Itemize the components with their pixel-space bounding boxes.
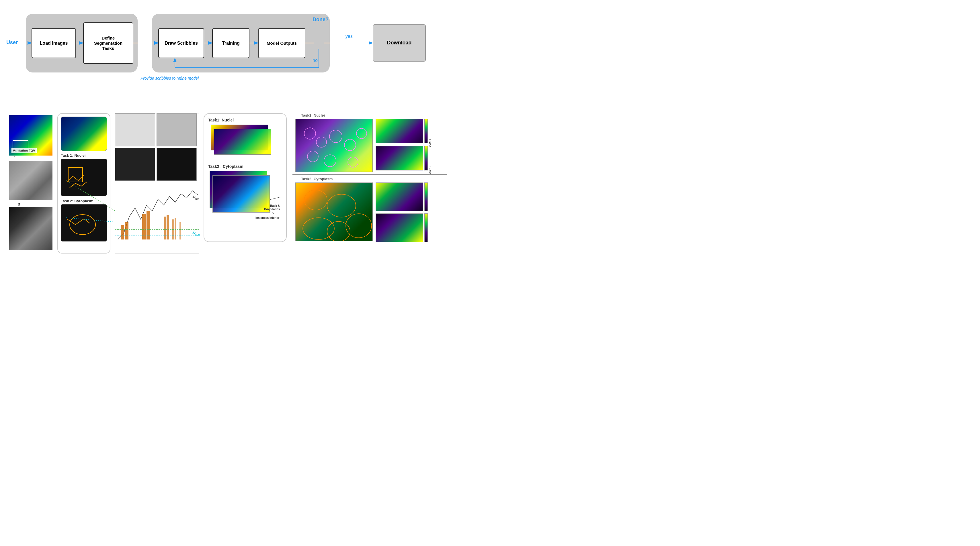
- svg-point-39: [304, 190, 327, 210]
- refine-label: Provide scribbles to refine model: [140, 76, 199, 81]
- scribble-fluor-image: [61, 117, 107, 151]
- scribble-panel: Task 1: Nuclei Task 2: Cytoplasm: [57, 113, 110, 254]
- validation-fov-box: [13, 140, 29, 152]
- divider-line: [293, 174, 447, 175]
- right-task1-cmap1: [375, 119, 423, 143]
- svg-line-30: [270, 197, 281, 200]
- user-label: User: [6, 40, 18, 46]
- svg-rect-14: [142, 214, 146, 240]
- cells-overlay-svg: [296, 119, 372, 171]
- svg-point-43: [327, 221, 350, 241]
- svg-rect-20: [180, 222, 181, 240]
- chart-img4: [156, 148, 197, 181]
- cyto-cells-overlay: [296, 183, 372, 241]
- cytoplasm-image: [9, 206, 53, 251]
- right-task2-result-img: [295, 183, 373, 241]
- svg-point-34: [344, 139, 356, 151]
- colorbar-4: [424, 213, 428, 242]
- define-seg-box[interactable]: Define Segmentation Tasks: [83, 22, 133, 64]
- svg-point-38: [348, 157, 358, 167]
- model-outputs-box[interactable]: Model Outputs: [258, 28, 305, 58]
- svg-rect-13: [125, 222, 129, 240]
- colorbar-3: [424, 183, 428, 211]
- yes-label: yes: [345, 34, 353, 39]
- loss-chart: ℒ rec ℒ seg: [115, 113, 199, 254]
- gray-cells-image: [9, 160, 53, 200]
- done-label: Done?: [312, 17, 329, 23]
- svg-point-42: [303, 218, 334, 240]
- right-task1-cmap2: [375, 146, 423, 170]
- svg-point-35: [356, 129, 367, 139]
- svg-point-37: [324, 155, 336, 167]
- scribble-task1-svg: [61, 159, 107, 196]
- svg-rect-10: [68, 168, 83, 182]
- svg-point-32: [316, 137, 326, 147]
- svg-rect-17: [167, 215, 169, 240]
- output-task2-label: Task2 : Cytoplasm: [208, 164, 282, 169]
- right-task1-result-img: [295, 119, 373, 172]
- svg-point-36: [307, 151, 318, 162]
- scribble-task2-image: [61, 204, 107, 241]
- right-task2-label: Task2: Cytoplasm: [301, 177, 332, 181]
- load-images-box[interactable]: Load Images: [32, 28, 76, 58]
- class-label-2: Class: [428, 167, 432, 175]
- class-label-1: Class: [428, 139, 432, 147]
- nuclei-image: Validation FOV: [9, 114, 53, 156]
- svg-point-31: [304, 128, 316, 139]
- chart-img2: [156, 113, 197, 146]
- scribble-task2-label: Task 2: Cytoplasm: [61, 199, 107, 203]
- workflow-diagram: User Load Images Define Segmentation Tas…: [0, 9, 490, 89]
- colorbar-2: [424, 146, 428, 170]
- chart-img1: [115, 113, 155, 146]
- svg-rect-16: [164, 217, 166, 240]
- svg-rect-19: [175, 218, 176, 240]
- scribble-task1-label: Task 1: Nuclei: [61, 153, 107, 157]
- svg-point-33: [329, 130, 342, 143]
- no-label: no: [312, 58, 318, 63]
- colorbar-1: [424, 119, 428, 143]
- output-arrows-svg: [208, 171, 283, 220]
- output-task1-images: [208, 125, 274, 159]
- training-box[interactable]: Training: [212, 28, 250, 58]
- output-task2-images: Instances interior Back &Boundaries: [208, 171, 280, 220]
- svg-text:seg: seg: [195, 233, 200, 236]
- output-task1-label: Task1: Nuclei: [208, 118, 282, 122]
- scribble-task1-image: [61, 159, 107, 196]
- right-task2-cmap1: [375, 183, 423, 211]
- chart-img3: [115, 148, 155, 181]
- download-box[interactable]: Download: [373, 24, 426, 62]
- right-task2-cmap2: [375, 213, 423, 242]
- output-panel: Task1: Nuclei Task2 : Cytoplasm Instance…: [204, 113, 287, 242]
- draw-scribbles-box[interactable]: Draw Scribbles: [158, 28, 204, 58]
- right-output-section: Task1: Nuclei Class Class: [293, 113, 487, 268]
- scribble-task2-svg: [61, 205, 107, 241]
- svg-text:rec: rec: [195, 197, 199, 200]
- svg-point-11: [70, 214, 95, 235]
- loss-bars-svg: ℒ rec ℒ seg: [115, 182, 200, 254]
- right-task1-label: Task1: Nuclei: [301, 113, 325, 117]
- svg-rect-12: [121, 225, 124, 240]
- svg-line-29: [267, 208, 274, 214]
- svg-point-40: [327, 194, 356, 217]
- output-task1-img2: [214, 129, 271, 155]
- bottom-diagram: Task 1 : Nuclei Task 2 : Cytoplasm Valid…: [0, 97, 490, 273]
